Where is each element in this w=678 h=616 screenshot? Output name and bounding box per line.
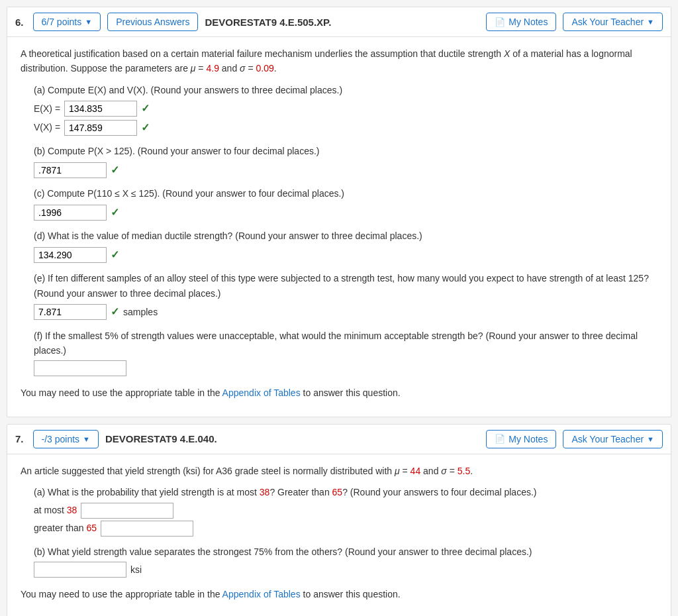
question-6-intro: A theoretical justification based on a c…	[21, 46, 657, 76]
appendix-link-7[interactable]: Appendix of Tables	[222, 589, 301, 599]
mu-value-6: 4.9	[206, 63, 218, 74]
part-f-label-6: (f) If the smallest 5% of strength value…	[34, 329, 657, 358]
chevron-down-icon-ask-7: ▼	[647, 435, 654, 443]
part-a-7: (a) What is the probability that yield s…	[34, 485, 657, 536]
b-checkmark: ✓	[111, 162, 119, 179]
vx-label: V(X) =	[34, 120, 60, 134]
problem-id-7: DEVORESTAT9 4.E.040.	[105, 433, 479, 444]
question-6-body: A theoretical justification based on a c…	[7, 37, 671, 417]
part-c-6: (c) Compute P(110 ≤ X ≤ 125). (Round you…	[34, 186, 657, 221]
b-input[interactable]	[34, 162, 107, 178]
greater-than-input[interactable]	[101, 521, 193, 537]
f-row	[34, 360, 657, 376]
b7-input[interactable]	[34, 562, 126, 578]
previous-answers-button-6[interactable]: Previous Answers	[107, 13, 198, 31]
ex-checkmark: ✓	[141, 100, 150, 117]
b7-row: ksi	[34, 562, 657, 578]
a-val2-7: 65	[332, 487, 343, 497]
part-a-label-7: (a) What is the probability that yield s…	[34, 485, 657, 499]
mu-value-7: 44	[411, 466, 421, 476]
points-button-7[interactable]: -/3 points ▼	[33, 430, 99, 448]
question-6-number: 6.	[15, 17, 24, 28]
part-e-6: (e) If ten different samples of an alloy…	[34, 271, 657, 320]
vx-row: V(X) = ✓	[34, 119, 657, 136]
vx-checkmark: ✓	[141, 119, 150, 136]
problem-id-6: DEVORESTAT9 4.E.505.XP.	[205, 17, 479, 28]
at-most-label: at most 38	[34, 503, 77, 517]
question-7: 7. -/3 points ▼ DEVORESTAT9 4.E.040. 📄 M…	[7, 424, 671, 616]
vx-input[interactable]	[64, 120, 137, 136]
f-input[interactable]	[34, 360, 126, 376]
part-b-label-7: (b) What yield strength value separates …	[34, 544, 657, 559]
notes-icon-7: 📄	[495, 434, 505, 444]
d-row: ✓	[34, 246, 657, 264]
greater-than-label: greater than 65	[34, 521, 97, 535]
ask-teacher-button-6[interactable]: Ask Your Teacher ▼	[563, 13, 663, 31]
part-f-6: (f) If the smallest 5% of strength value…	[34, 329, 657, 377]
part-a-label-6: (a) Compute E(X) and V(X). (Round your a…	[34, 83, 657, 97]
c-input[interactable]	[34, 205, 107, 221]
greater-than-row: greater than 65	[34, 521, 657, 537]
e-checkmark: ✓	[111, 303, 119, 321]
my-notes-button-7[interactable]: 📄 My Notes	[486, 430, 556, 448]
chevron-down-icon-ask-6: ▼	[647, 18, 654, 26]
part-d-label-6: (d) What is the value of median ductile …	[34, 229, 657, 243]
sigma-value-6: 0.09	[256, 63, 273, 74]
b7-suffix: ksi	[130, 562, 142, 577]
at-most-input[interactable]	[81, 503, 173, 519]
e-input[interactable]	[34, 304, 107, 320]
d-input[interactable]	[34, 247, 107, 263]
my-notes-button-6[interactable]: 📄 My Notes	[486, 13, 556, 31]
ex-input[interactable]	[64, 101, 137, 117]
b-row: ✓	[34, 162, 657, 179]
points-label-6: 6/7 points	[42, 17, 82, 27]
chevron-down-icon: ▼	[85, 18, 92, 26]
part-d-6: (d) What is the value of median ductile …	[34, 229, 657, 263]
question-7-body: An article suggested that yield strength…	[7, 454, 671, 616]
e-suffix: samples	[123, 305, 158, 319]
c-checkmark: ✓	[111, 204, 119, 221]
question-6-header: 6. 6/7 points ▼ Previous Answers DEVORES…	[7, 7, 671, 37]
sigma-value-7: 5.5	[458, 466, 470, 476]
c-row: ✓	[34, 204, 657, 221]
a-val1-7: 38	[260, 487, 270, 497]
at-most-row: at most 38	[34, 503, 657, 519]
part-b-6: (b) Compute P(X > 125). (Round your answ…	[34, 144, 657, 178]
ex-row: E(X) = ✓	[34, 100, 657, 117]
part-a-6: (a) Compute E(X) and V(X). (Round your a…	[34, 83, 657, 136]
question-7-number: 7.	[15, 433, 24, 444]
part-b-7: (b) What yield strength value separates …	[34, 544, 657, 578]
chevron-down-icon-7: ▼	[83, 435, 90, 443]
notes-icon-6: 📄	[495, 17, 505, 27]
footer-note-7: You may need to use the appropriate tabl…	[21, 587, 657, 601]
part-c-label-6: (c) Compute P(110 ≤ X ≤ 125). (Round you…	[34, 186, 657, 201]
appendix-link-6[interactable]: Appendix of Tables	[222, 387, 301, 398]
ex-label: E(X) =	[34, 101, 60, 116]
points-button-6[interactable]: 6/7 points ▼	[33, 13, 101, 31]
question-6: 6. 6/7 points ▼ Previous Answers DEVORES…	[7, 7, 671, 417]
e-row: ✓ samples	[34, 303, 657, 321]
question-7-intro: An article suggested that yield strength…	[21, 464, 657, 478]
d-checkmark: ✓	[111, 246, 119, 264]
ask-teacher-button-7[interactable]: Ask Your Teacher ▼	[563, 430, 663, 448]
part-e-label-6: (e) If ten different samples of an alloy…	[34, 271, 657, 301]
part-b-label-6: (b) Compute P(X > 125). (Round your answ…	[34, 144, 657, 158]
footer-note-6: You may need to use the appropriate tabl…	[21, 385, 657, 400]
points-label-7: -/3 points	[42, 434, 80, 444]
question-7-header: 7. -/3 points ▼ DEVORESTAT9 4.E.040. 📄 M…	[7, 425, 671, 454]
